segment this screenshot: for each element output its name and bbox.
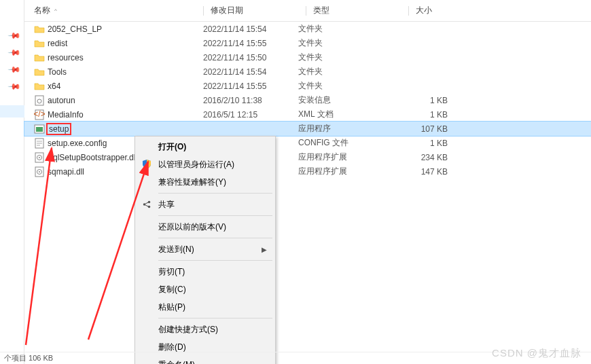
sort-indicator-icon: ^ <box>54 7 57 14</box>
file-row[interactable]: x642022/11/14 15:55文件夹 <box>24 79 591 93</box>
file-name: Tools <box>48 67 67 77</box>
menu-open[interactable]: 打开(O) <box>137 138 274 156</box>
file-type: 文件夹 <box>298 37 393 49</box>
svg-rect-0 <box>35 96 43 105</box>
svg-point-15 <box>148 206 151 208</box>
file-icon <box>34 166 45 177</box>
menu-cut[interactable]: 剪切(T) <box>137 263 274 280</box>
file-type: CONFIG 文件 <box>298 137 393 149</box>
folder-icon <box>34 52 45 63</box>
folder-icon <box>34 67 45 77</box>
file-name: SqlSetupBootstrapper.dll <box>48 153 137 162</box>
file-type: 文件夹 <box>298 52 393 63</box>
pin-icon: 📌 <box>7 62 22 77</box>
file-row[interactable]: autorun2016/2/10 11:38安装信息1 KB <box>24 93 591 107</box>
menu-send-to[interactable]: 发送到(N)▶ <box>137 240 274 258</box>
file-row[interactable]: 2052_CHS_LP2022/11/14 15:54文件夹 <box>24 22 591 36</box>
pin-icon: 📌 <box>7 79 22 94</box>
file-name: resources <box>48 53 84 62</box>
file-icon: </> <box>34 109 45 120</box>
svg-point-9 <box>39 157 40 158</box>
file-size: 107 KB <box>393 124 461 134</box>
svg-point-14 <box>148 201 151 204</box>
file-size: 1 KB <box>393 110 461 120</box>
menu-copy[interactable]: 复制(C) <box>137 280 274 298</box>
file-type: 文件夹 <box>298 23 393 35</box>
file-icon <box>34 138 45 149</box>
file-name: MediaInfo <box>48 110 84 120</box>
column-header-name[interactable]: 名称^ <box>24 5 203 16</box>
file-date: 2022/11/14 15:50 <box>203 53 298 62</box>
file-row[interactable]: setup应用程序107 KB <box>24 122 591 136</box>
file-name: setup.exe.config <box>48 139 107 148</box>
file-date: 2022/11/14 15:54 <box>203 24 298 34</box>
svg-rect-5 <box>36 127 43 132</box>
file-icon <box>34 152 45 163</box>
file-row[interactable]: redist2022/11/14 15:55文件夹 <box>24 36 591 50</box>
folder-icon <box>34 24 45 35</box>
menu-restore[interactable]: 还原以前的版本(V) <box>137 218 274 236</box>
quick-access-sidebar: 📌 📌 📌 📌 <box>0 0 24 364</box>
file-type: 文件夹 <box>298 80 393 92</box>
file-icon <box>34 95 45 106</box>
file-type: 应用程序 <box>298 123 393 134</box>
file-icon <box>34 124 45 134</box>
menu-paste[interactable]: 粘贴(P) <box>137 298 274 316</box>
pin-icon: 📌 <box>7 29 22 43</box>
share-icon <box>141 198 153 211</box>
chevron-right-icon: ▶ <box>262 246 267 253</box>
file-date: 2016/5/1 12:15 <box>203 110 298 120</box>
file-type: 安装信息 <box>298 94 393 106</box>
file-size: 1 KB <box>393 96 461 105</box>
context-menu: 打开(O) 以管理员身份运行(A) 兼容性疑难解答(Y) 共享 还原以前的版本(… <box>135 136 276 364</box>
file-row[interactable]: SqlSetupBootstrapper.dll应用程序扩展234 KB <box>24 150 591 164</box>
file-name: x64 <box>48 81 60 91</box>
file-name: setup <box>46 123 71 135</box>
column-header-date[interactable]: 修改日期 <box>211 5 306 16</box>
shield-icon <box>141 158 153 170</box>
menu-run-as-admin[interactable]: 以管理员身份运行(A) <box>137 156 274 173</box>
file-type: 应用程序扩展 <box>298 151 393 163</box>
file-name: redist <box>48 39 67 48</box>
file-type: 应用程序扩展 <box>298 166 393 177</box>
file-size: 234 KB <box>393 153 461 162</box>
file-date: 2016/2/10 11:38 <box>203 96 298 105</box>
file-date: 2022/11/14 15:54 <box>203 67 298 77</box>
menu-shortcut[interactable]: 创建快捷方式(S) <box>137 321 274 338</box>
file-type: XML 文档 <box>298 109 393 120</box>
folder-icon <box>34 81 45 92</box>
file-row[interactable]: resources2022/11/14 15:50文件夹 <box>24 50 591 65</box>
column-header-size[interactable]: 大小 <box>416 5 484 16</box>
menu-share[interactable]: 共享 <box>137 196 274 213</box>
file-row[interactable]: setup.exe.configCONFIG 文件1 KB <box>24 136 591 150</box>
file-row[interactable]: sqmapi.dll应用程序扩展147 KB <box>24 164 591 179</box>
watermark: CSDN @鬼才血脉 <box>492 347 581 360</box>
file-name: autorun <box>48 96 75 105</box>
pin-icon: 📌 <box>7 46 22 60</box>
svg-text:</>: </> <box>34 109 45 119</box>
svg-point-12 <box>39 171 40 172</box>
file-row[interactable]: Tools2022/11/14 15:54文件夹 <box>24 65 591 79</box>
file-date: 2022/11/14 15:55 <box>203 39 298 48</box>
file-date: 2022/11/14 15:55 <box>203 81 298 91</box>
file-name: 2052_CHS_LP <box>48 24 102 34</box>
menu-troubleshoot[interactable]: 兼容性疑难解答(Y) <box>137 173 274 191</box>
file-row[interactable]: </>MediaInfo2016/5/1 12:15XML 文档1 KB <box>24 107 591 122</box>
column-header-type[interactable]: 类型 <box>313 5 408 16</box>
sidebar-selection <box>0 105 24 117</box>
file-name: sqmapi.dll <box>48 167 84 177</box>
file-size: 147 KB <box>393 167 461 177</box>
file-size: 1 KB <box>393 139 461 148</box>
column-header-row: 名称^ 修改日期 类型 大小 <box>24 0 591 22</box>
file-type: 文件夹 <box>298 66 393 77</box>
folder-icon <box>34 38 45 49</box>
